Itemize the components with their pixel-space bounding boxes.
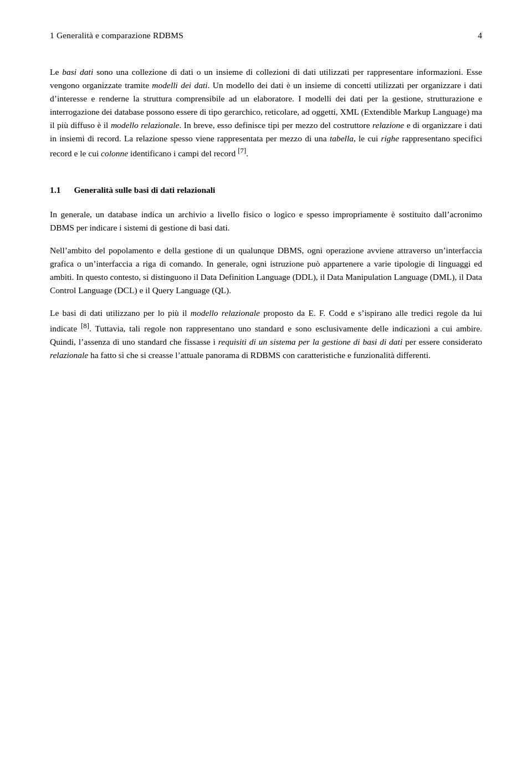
paragraph-intro: Le basi dati sono una collezione di dati…	[50, 65, 482, 160]
page-header: 1 Generalità e comparazione RDBMS 4	[50, 29, 482, 42]
main-content: Le basi dati sono una collezione di dati…	[50, 65, 482, 362]
section-number: 1.1	[50, 183, 60, 197]
chapter-title: 1 Generalità e comparazione RDBMS	[50, 29, 183, 42]
section-heading-1-1: 1.1 Generalità sulle basi di dati relazi…	[50, 183, 482, 197]
section-paragraph-1: In generale, un database indica un archi…	[50, 208, 482, 234]
footnote-7: [7]	[238, 146, 246, 155]
page-number: 4	[478, 29, 482, 42]
footnote-8: [8]	[81, 321, 89, 330]
section-paragraph-3: Le basi di dati utilizzano per lo più il…	[50, 306, 482, 361]
section-paragraph-2: Nell’ambito del popolamento e della gest…	[50, 244, 482, 297]
page: 1 Generalità e comparazione RDBMS 4 Le b…	[0, 0, 532, 777]
section-title: Generalità sulle basi di dati relazional…	[74, 183, 215, 197]
